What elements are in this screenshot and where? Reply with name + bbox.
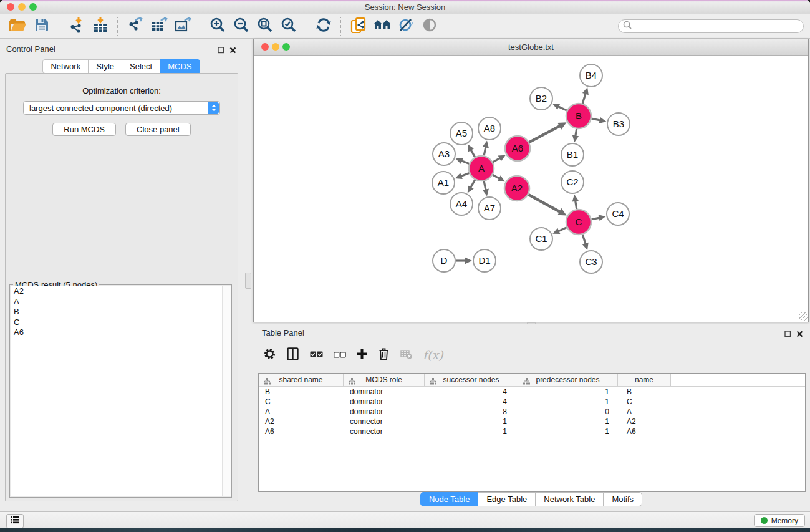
graph-edge-B-B4[interactable] xyxy=(582,94,586,104)
graph-node-label: C3 xyxy=(585,256,597,267)
memory-label: Memory xyxy=(771,516,798,525)
graph-edge-A-A3[interactable] xyxy=(461,161,469,164)
graph-edge-A-A5[interactable] xyxy=(471,150,475,157)
save-session-button[interactable] xyxy=(30,16,54,36)
vertical-splitter-grip[interactable] xyxy=(245,273,251,289)
criterion-select[interactable]: largest connected component (directed) xyxy=(23,101,220,115)
zoom-in-button[interactable] xyxy=(206,16,229,36)
import-network-button[interactable] xyxy=(65,16,89,36)
hide-graphics-details-button[interactable] xyxy=(394,16,418,36)
window-resize-grip[interactable] xyxy=(799,312,808,321)
table-row[interactable]: Bdominator41B xyxy=(259,387,805,397)
export-image-button[interactable] xyxy=(171,16,195,36)
graph-edge-A-A2[interactable] xyxy=(493,175,499,178)
column-header-shared-name[interactable]: shared name xyxy=(259,374,344,386)
column-header-name[interactable]: name xyxy=(618,374,671,386)
show-column-panel-button[interactable] xyxy=(287,347,299,363)
show-all-networks-button[interactable] xyxy=(370,16,394,36)
task-history-button[interactable] xyxy=(6,514,24,528)
column-header-predecessor-nodes[interactable]: predecessor nodes xyxy=(518,374,618,386)
unselect-all-rows-button[interactable] xyxy=(334,349,346,360)
zoom-out-button[interactable] xyxy=(229,16,253,36)
table-row[interactable]: Cdominator41C xyxy=(259,397,805,407)
export-network-button[interactable] xyxy=(123,16,147,36)
network-window-titlebar: testGlobe.txt xyxy=(254,39,808,56)
graph-edge-A-A1[interactable] xyxy=(461,173,469,176)
close-panel-icon[interactable] xyxy=(229,45,236,56)
graph-edge-A2-C[interactable] xyxy=(528,195,560,212)
graph-edge-C-C2[interactable] xyxy=(576,201,577,210)
graph-node-label: B xyxy=(576,110,582,121)
graph-edge-A-A7[interactable] xyxy=(484,181,486,190)
tab-network[interactable]: Network xyxy=(42,59,89,74)
search-input[interactable] xyxy=(633,21,803,32)
create-network-from-selection-button[interactable] xyxy=(347,16,370,36)
table-cell: A6 xyxy=(618,427,671,437)
table-row[interactable]: A2connector11A2 xyxy=(259,417,805,427)
graph-edge-A-A8[interactable] xyxy=(484,147,486,155)
mcds-result-item[interactable]: A xyxy=(11,297,230,307)
mcds-result-item[interactable]: A2 xyxy=(11,286,230,297)
tab-edge-table[interactable]: Edge Table xyxy=(478,492,536,506)
node-table[interactable]: shared nameMCDS rolesuccessor nodesprede… xyxy=(258,373,806,492)
float-panel-icon[interactable] xyxy=(218,45,224,56)
memory-status-icon xyxy=(761,517,768,524)
hide-details-icon xyxy=(398,17,414,36)
list-icon xyxy=(10,515,20,527)
graph-edge-B-B2[interactable] xyxy=(558,107,567,110)
float-table-panel-icon[interactable] xyxy=(784,329,791,340)
destroy-table-button[interactable] xyxy=(400,349,412,362)
select-all-rows-button[interactable] xyxy=(310,349,323,360)
mcds-result-item[interactable]: B xyxy=(11,307,230,317)
node-table-body: Bdominator41BCdominator41CAdominator80AA… xyxy=(259,387,805,437)
table-row[interactable]: A6connector11A6 xyxy=(259,427,805,437)
table-row[interactable]: Adominator80A xyxy=(259,407,805,417)
zoom-selected-icon xyxy=(281,17,297,36)
graph-edge-C-C1[interactable] xyxy=(558,228,566,231)
tab-motifs[interactable]: Motifs xyxy=(603,492,642,506)
graph-edge-B-B3[interactable] xyxy=(592,118,600,120)
run-mcds-button[interactable]: Run MCDS xyxy=(52,123,116,136)
tab-select[interactable]: Select xyxy=(122,59,160,74)
mcds-result-item[interactable]: C xyxy=(11,317,230,328)
network-canvas[interactable]: AA1A2A3A4A5A6A7A8BB1B2B3B4CC1C2C3C4DD1 xyxy=(254,56,808,322)
fit-content-button[interactable] xyxy=(253,16,277,36)
memory-button[interactable]: Memory xyxy=(754,514,805,527)
delete-columns-button[interactable] xyxy=(378,347,390,363)
close-panel-button[interactable]: Close panel xyxy=(125,123,191,136)
result-scrollbar[interactable] xyxy=(222,286,231,496)
toggle-graphics-details-button[interactable] xyxy=(418,16,441,36)
import-table-button[interactable] xyxy=(89,16,112,36)
graph-edge-C-C4[interactable] xyxy=(592,218,600,220)
mcds-result-item[interactable]: A6 xyxy=(11,327,230,338)
graph-node-label: A6 xyxy=(512,143,523,153)
graph-edge-A6-B[interactable] xyxy=(529,126,560,142)
window-titlebar: Session: New Session xyxy=(0,0,810,14)
graph-edge-C-C3[interactable] xyxy=(582,235,586,244)
table-options-button[interactable] xyxy=(263,347,276,363)
close-table-panel-icon[interactable] xyxy=(796,329,803,340)
tab-network-table[interactable]: Network Table xyxy=(535,492,604,506)
add-column-button[interactable] xyxy=(357,349,367,362)
search-field[interactable] xyxy=(618,19,804,33)
graph-node-label: A8 xyxy=(484,123,495,133)
graph-edge-A-A6[interactable] xyxy=(493,158,500,162)
tab-style[interactable]: Style xyxy=(88,59,122,74)
hierarchy-icon xyxy=(430,376,436,389)
column-header-mcds-role[interactable]: MCDS role xyxy=(344,374,425,386)
graph-node-label: B2 xyxy=(536,93,547,104)
graph-edge-B-B1[interactable] xyxy=(576,129,577,137)
refresh-view-button[interactable] xyxy=(312,16,335,36)
column-header-successor-nodes[interactable]: successor nodes xyxy=(425,374,518,386)
graph-node-label: B3 xyxy=(613,118,624,129)
graph-node-label: A5 xyxy=(456,128,467,138)
function-builder-button[interactable]: f(x) xyxy=(423,348,443,362)
open-session-button[interactable] xyxy=(6,16,30,36)
table-cell: A xyxy=(618,407,671,417)
tab-mcds[interactable]: MCDS xyxy=(160,59,200,74)
export-table-button[interactable] xyxy=(147,16,171,36)
graph-edge-A-A4[interactable] xyxy=(471,180,475,188)
hierarchy-icon xyxy=(349,376,355,389)
tab-node-table[interactable]: Node Table xyxy=(420,492,479,506)
zoom-selected-button[interactable] xyxy=(277,16,301,36)
